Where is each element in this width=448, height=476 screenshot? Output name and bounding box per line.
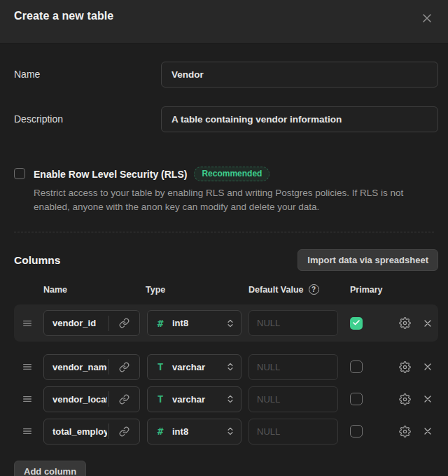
import-spreadsheet-button[interactable]: Import data via spreadsheet — [298, 249, 438, 271]
default-value-input[interactable] — [248, 386, 338, 412]
rls-content: Enable Row Level Security (RLS) Recommen… — [34, 167, 426, 214]
link-icon[interactable] — [109, 387, 139, 412]
type-label: int8 — [172, 318, 225, 328]
header-default-label: Default Value — [248, 285, 304, 295]
gear-icon[interactable] — [399, 393, 411, 405]
description-field-row: Description — [14, 106, 438, 132]
column-name-input[interactable] — [44, 311, 107, 335]
type-label: varchar — [172, 362, 225, 372]
drag-handle-icon[interactable] — [22, 361, 36, 372]
dialog-header: Create a new table — [0, 0, 448, 44]
column-row-vendor-location: T varchar — [14, 386, 438, 412]
rls-description: Restrict access to your table by enablin… — [34, 186, 426, 214]
header-type: Type — [146, 285, 248, 295]
delete-column-icon[interactable] — [422, 426, 433, 437]
name-field-row: Name — [14, 62, 438, 88]
recommended-badge: Recommended — [194, 167, 270, 181]
description-input[interactable] — [161, 106, 438, 132]
column-row-vendor-id: # int8 — [14, 304, 438, 342]
primary-checkbox[interactable] — [350, 317, 363, 330]
section-divider — [14, 232, 434, 232]
chevron-up-down-icon — [225, 426, 235, 436]
gear-icon[interactable] — [399, 317, 411, 329]
rls-section: Enable Row Level Security (RLS) Recommen… — [14, 167, 438, 214]
primary-checkbox[interactable] — [350, 425, 363, 438]
gear-icon[interactable] — [399, 426, 411, 438]
drag-handle-icon[interactable] — [22, 426, 36, 437]
header-name: Name — [43, 285, 146, 295]
link-icon[interactable] — [109, 419, 139, 444]
delete-column-icon[interactable] — [422, 361, 433, 372]
name-input[interactable] — [161, 62, 438, 88]
link-icon[interactable] — [109, 355, 139, 379]
columns-heading: Columns — [14, 254, 60, 267]
default-value-input[interactable] — [248, 419, 338, 444]
name-label: Name — [14, 62, 161, 88]
close-icon — [420, 11, 434, 25]
drag-handle-icon[interactable] — [22, 318, 36, 329]
add-column-wrap: Add column — [14, 461, 448, 476]
columns-table-header: Name Type Default Value ? Primary — [14, 284, 438, 295]
chevron-up-down-icon — [225, 394, 235, 404]
rls-label: Enable Row Level Security (RLS) — [34, 169, 187, 180]
type-label: varchar — [172, 394, 225, 405]
link-icon[interactable] — [109, 311, 139, 335]
column-name-group — [43, 419, 140, 444]
column-type-select[interactable]: T varchar — [147, 386, 241, 412]
column-row-total-employees: # int8 — [14, 419, 438, 444]
drag-handle-icon[interactable] — [22, 393, 36, 405]
type-int8-icon: # — [155, 318, 166, 329]
header-default-value: Default Value ? — [248, 284, 350, 295]
chevron-up-down-icon — [225, 362, 235, 372]
delete-column-icon[interactable] — [422, 393, 433, 405]
rls-checkbox[interactable] — [14, 168, 25, 179]
column-type-select[interactable]: # int8 — [147, 419, 241, 444]
column-type-select[interactable]: # int8 — [147, 310, 241, 336]
close-button[interactable] — [419, 10, 435, 27]
type-varchar-icon: T — [155, 393, 166, 405]
chevron-up-down-icon — [225, 318, 235, 328]
default-value-input[interactable] — [248, 354, 338, 380]
type-label: int8 — [172, 426, 225, 437]
column-type-select[interactable]: T varchar — [147, 354, 241, 380]
description-label: Description — [14, 106, 161, 132]
column-name-input[interactable] — [44, 355, 107, 379]
type-varchar-icon: T — [155, 361, 166, 372]
gear-icon[interactable] — [399, 361, 411, 373]
check-icon — [352, 317, 360, 330]
primary-checkbox[interactable] — [350, 360, 363, 373]
column-name-group — [43, 386, 140, 412]
columns-bar: Columns Import data via spreadsheet — [14, 249, 438, 271]
type-int8-icon: # — [155, 426, 166, 437]
delete-column-icon[interactable] — [422, 318, 433, 329]
column-name-group — [43, 354, 140, 380]
column-name-group — [43, 310, 140, 336]
help-icon[interactable]: ? — [309, 284, 319, 295]
column-name-input[interactable] — [44, 419, 107, 444]
add-column-button[interactable]: Add column — [14, 461, 86, 476]
primary-checkbox[interactable] — [350, 393, 363, 405]
dialog-title: Create a new table — [14, 10, 113, 22]
default-value-input[interactable] — [248, 310, 338, 336]
column-row-vendor-name: T varchar — [14, 354, 438, 379]
header-primary: Primary — [350, 285, 383, 295]
column-name-input[interactable] — [44, 387, 107, 412]
